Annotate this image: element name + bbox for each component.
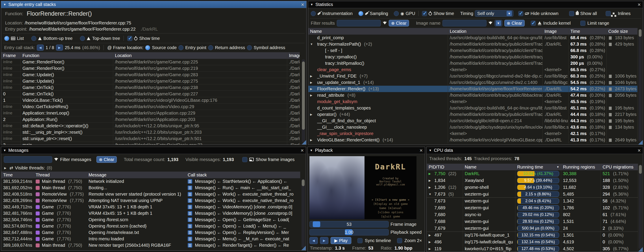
statistics-table-row[interactable]: d_print_comp /usr/src/debug/gcc-build/x8… [308, 34, 638, 41]
column-header-code-size[interactable]: Code size [606, 28, 638, 34]
expand-icon[interactable]: ▶ [310, 113, 316, 116]
column-header-function[interactable]: Function [21, 52, 113, 59]
step-back-button[interactable]: ◀ [310, 237, 318, 244]
resize-handle[interactable] [302, 140, 306, 144]
cpu-table-row[interactable]: 7,673 wezterm-gui 2.04 s (8.41%) 1,342 5… [427, 198, 638, 204]
scrollbar-thumb[interactable] [639, 29, 642, 37]
filter-icon[interactable] [488, 22, 492, 24]
collapse-icon[interactable]: ▼ [3, 149, 6, 152]
include-kernel-checkbox[interactable] [531, 21, 536, 26]
frame-image-slider[interactable]: 53 [310, 221, 389, 228]
message-list-icon[interactable] [188, 205, 192, 209]
radio-list[interactable] [4, 36, 9, 41]
clear-messages-button[interactable]: ⊗Clear [96, 156, 117, 163]
sample-panel-titlebar[interactable]: ▼ Sample entry call stacks × [1, 1, 306, 8]
expand-icon[interactable]: ▶ [428, 179, 433, 182]
scrollbar-thumb[interactable] [302, 180, 304, 186]
playback-speed-slider[interactable]: 1.00 [310, 229, 389, 236]
scrollbar[interactable] [639, 164, 642, 249]
sample-table-row[interactable]: inline Application::InnerLoop() /home/wo… [1, 110, 300, 116]
statistics-table-header[interactable]: Name Location Image Time Code size [308, 28, 638, 34]
filter-icon[interactable] [383, 22, 387, 24]
frame-image-preview[interactable]: DarkRL Created by Bartosz Taudul wolf.pl… [310, 156, 416, 219]
sample-table-row[interactable]: 1 VideoGLBase::Tick() /home/wolf/darkrl/… [1, 97, 300, 104]
message-row[interactable]: 382,481,766ns Game(7,776) VRAM 43x45: 15… [1, 210, 300, 216]
message-filter-input[interactable] [4, 156, 52, 163]
radio-symbol-address[interactable] [247, 45, 252, 50]
close-icon[interactable]: × [420, 148, 423, 153]
column-header-pid-tid[interactable]: PID/TID [427, 164, 463, 170]
sample-table-row[interactable]: inline std::__uniq_ptr_impl<>::reset() /… [1, 129, 300, 136]
radio-return-address[interactable] [208, 45, 213, 50]
sync-timeline-checkbox[interactable] [358, 238, 362, 243]
resize-handle[interactable] [638, 247, 643, 252]
sample-table-row[interactable]: inline Game::RenderFloor() /home/wolf/da… [1, 65, 300, 72]
hide-unknown-checkbox[interactable] [518, 11, 523, 16]
column-header-time[interactable]: Time [569, 28, 606, 34]
message-row[interactable]: 382,408,518ns RemoteView(7,775) Remote v… [1, 191, 300, 197]
column-header-time[interactable]: Time [1, 172, 34, 178]
show-time-checkbox[interactable] [127, 36, 132, 41]
cpu-data-titlebar[interactable]: ▼ CPU data × [426, 147, 643, 154]
sample-table-row[interactable]: inline Game::Update() /home/wolf/darkrl/… [1, 78, 300, 84]
scrollbar-thumb[interactable] [302, 62, 305, 130]
cpu-table-row[interactable]: ▶ 496 irq/175-iwlwifi:default_qu 132.14 … [427, 238, 638, 246]
statistics-table-row[interactable]: _raw_spin_unlock_irqrestore <kernel> <ke… [308, 130, 638, 137]
message-list-icon[interactable] [188, 186, 192, 190]
cpu-table-row[interactable]: ▶ 497 irq/176-iwlwifi:queue_1 132.15 ms … [427, 232, 638, 238]
message-list-icon[interactable] [188, 230, 192, 235]
expand-icon[interactable]: ▶ [310, 74, 316, 78]
close-icon[interactable]: × [638, 2, 641, 7]
expand-icon[interactable]: ▼ [428, 192, 433, 196]
statistics-table-row[interactable]: tracy::rpmalloc() /home/wolf/darkrl/cont… [308, 54, 638, 60]
show-frame-images-checkbox[interactable] [242, 157, 247, 162]
sample-table-row[interactable]: inline Video::GetTicksHiRes() /home/wolf… [1, 104, 300, 110]
messages-titlebar[interactable]: ▼ Messages × [1, 147, 306, 154]
chevron-down-icon[interactable]: ▼ [496, 20, 501, 26]
play-button[interactable]: ▶Play [330, 237, 351, 244]
visible-threads-row[interactable]: ▶ ⇄ Visible threads: (8) [4, 165, 52, 171]
sample-table-row[interactable]: 2 Application::Run() /home/wolf/darkrl/s… [1, 116, 300, 123]
show-time-checkbox[interactable] [422, 11, 427, 16]
sample-table-row[interactable]: inline Game::Update() /home/wolf/darkrl/… [1, 72, 300, 78]
radio-sampling[interactable] [358, 11, 364, 16]
cpu-table-row[interactable]: ▶ 119 kworker/u17:0+i915_flip 127.48 ms … [427, 246, 638, 252]
radio-bottom-up-tree[interactable] [31, 36, 36, 41]
cpu-table-row[interactable]: 7,689 wezterm-gui 49.46 ms (0.20%) 1,786… [427, 204, 638, 211]
scrollbar[interactable] [638, 29, 642, 142]
expand-icon[interactable]: ▶ [428, 247, 433, 250]
cpu-table-row[interactable]: ▶ 7,750(22) DarkRL 10.04 s (41.37%) 30,3… [427, 170, 638, 177]
sample-table-row[interactable]: inline Game::RenderFloor() /home/wolf/da… [1, 59, 300, 65]
image-name-input[interactable] [442, 20, 486, 26]
radio-instrumentation[interactable] [311, 11, 316, 16]
expand-icon[interactable]: ▶ [310, 94, 316, 97]
scrollbar[interactable] [302, 59, 305, 142]
expand-icon[interactable]: ▼ [310, 42, 316, 46]
sort-descending-icon[interactable]: ▼ [556, 166, 559, 168]
message-row[interactable]: 382,712,444ns Game(7,776) Intro menu loa… [1, 236, 300, 242]
statistics-table-row[interactable]: ▶ operator() (+44) /home/wolf/darkrl/con… [308, 111, 638, 118]
cpu-table-row[interactable]: ▶ 1,206(12) gnome-shell 4.64 s (19.10%) … [427, 184, 638, 191]
step-forward-button[interactable]: ▶ [320, 237, 328, 244]
limit-range-checkbox[interactable] [580, 21, 586, 26]
sample-table-row[interactable]: 0 Game::OnTick() /home/wolf/darkrl/src/g… [1, 91, 300, 97]
collapse-icon[interactable]: ▼ [3, 3, 6, 6]
show-all-checkbox[interactable] [569, 11, 574, 16]
cpu-table-row[interactable]: ▼ 7,673(5) wezterm-gui 2.15 s (8.86%) 5,… [427, 191, 638, 198]
message-row[interactable]: 382,504,746ns Game(7,776) Opening /fores… [1, 216, 300, 223]
zoom-2x-checkbox[interactable] [397, 238, 402, 243]
inlines-checkbox[interactable] [606, 11, 611, 16]
collapse-icon[interactable]: ▼ [310, 149, 313, 152]
radio-entry-point[interactable] [178, 45, 184, 50]
statistics-table-row[interactable]: ▶ _Unwind_Find_FDE (+7) /usr/src/debug/g… [308, 73, 638, 79]
message-row[interactable]: 381,559,214ns Main thread(7,750) Network… [1, 178, 300, 184]
playback-titlebar[interactable]: ▼ Playback × [308, 147, 425, 154]
cpu-table-row[interactable]: 7,679 wezterm-gui 500.94 µs (0.00%) 24 2… [427, 225, 638, 232]
statistics-table-row[interactable]: ▶ uw_update_context_1 (+14) /usr/src/deb… [308, 79, 638, 86]
column-header-frame[interactable]: Frame [1, 52, 21, 59]
column-header-cpu-migrations[interactable]: CPU migrations [601, 164, 638, 170]
statistics-table-row[interactable]: tracy::InitRpmalloc() /home/wolf/darkrl/… [308, 60, 638, 66]
message-list-icon[interactable] [188, 218, 192, 222]
message-list-icon[interactable] [188, 179, 192, 184]
statistics-table-row[interactable]: clear_page_erms <kernel> <kernel> 66.5 m… [308, 66, 638, 73]
